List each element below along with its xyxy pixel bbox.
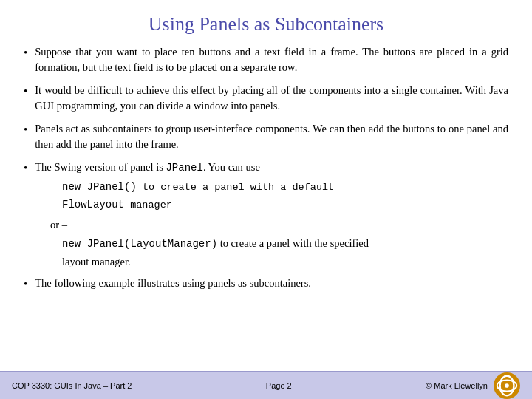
slide-title: Using Panels as Subcontainers — [0, 0, 532, 44]
bullet-dot-4: • — [24, 160, 27, 177]
bullet-text-5: The following example illustrates using … — [35, 276, 508, 291]
bullet4-code: JPanel — [166, 162, 202, 174]
bullet4-before: The Swing version of panel is — [35, 161, 166, 173]
code-line-1: new JPanel() to create a panel with a de… — [62, 180, 508, 195]
code-line-2: FlowLayout manager — [62, 197, 508, 213]
logo-svg — [494, 373, 519, 398]
code-jpanel-layout: new JPanel(LayoutManager) — [62, 238, 217, 250]
bullet-5: • The following example illustrates usin… — [24, 276, 508, 293]
footer-right-group: © Mark Llewellyn — [426, 372, 520, 399]
footer-logo — [494, 372, 520, 399]
code-line-3: new JPanel(LayoutManager) to create a pa… — [62, 236, 508, 251]
bullet-1: • Suppose that you want to place ten but… — [24, 44, 508, 75]
or-line: or – — [50, 217, 508, 233]
bullet4-after: . You can use — [203, 161, 260, 173]
code-line-4: layout manager. — [62, 254, 508, 270]
bullet-dot-1: • — [24, 45, 27, 61]
footer-left: COP 3330: GUIs In Java – Part 2 — [12, 381, 132, 390]
footer-right: © Mark Llewellyn — [426, 381, 488, 390]
footer-center: Page 2 — [266, 381, 292, 390]
bullet-text-1: Suppose that you want to place ten butto… — [35, 44, 508, 75]
bullet-text-4: The Swing version of panel is JPanel. Yo… — [35, 160, 508, 175]
bullet-dot-2: • — [24, 83, 27, 100]
bullet-text-3: Panels act as subcontainers to group use… — [35, 121, 508, 152]
svg-point-3 — [505, 383, 509, 388]
bullet-4: • The Swing version of panel is JPanel. … — [24, 160, 508, 177]
slide-content: • Suppose that you want to place ten but… — [0, 44, 532, 371]
footer: COP 3330: GUIs In Java – Part 2 Page 2 ©… — [0, 371, 532, 399]
layout-manager-text: layout manager. — [62, 256, 131, 267]
code-text-2b: manager — [130, 200, 172, 211]
code-text-3b: to create a panel with the specified — [220, 237, 369, 249]
code-text-1b: to create a panel with a default — [143, 182, 334, 193]
code-jpanel: new JPanel() — [62, 181, 137, 193]
bullet-2: • It would be difficult to achieve this … — [24, 83, 508, 114]
bullet-dot-3: • — [24, 122, 27, 138]
bullet-text-2: It would be difficult to achieve this ef… — [35, 83, 508, 114]
bullet-3: • Panels act as subcontainers to group u… — [24, 121, 508, 152]
code-flowlayout: FlowLayout — [62, 199, 124, 211]
slide: Using Panels as Subcontainers • Suppose … — [0, 0, 532, 399]
bullet-dot-5: • — [24, 276, 27, 293]
